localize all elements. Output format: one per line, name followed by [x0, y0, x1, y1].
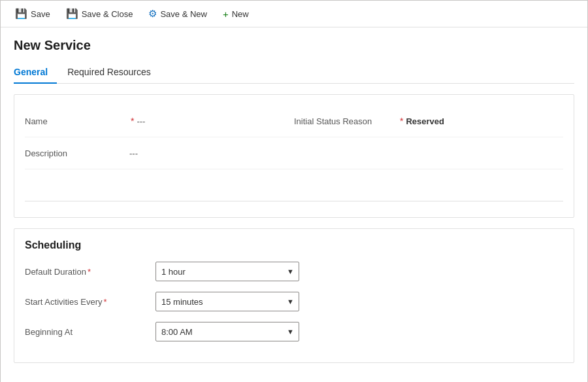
toolbar: 💾 Save 💾 Save & Close ⚙ Save & New + New — [1, 1, 587, 27]
save-label: Save — [31, 9, 50, 19]
start-activities-control: 5 minutes 10 minutes 15 minutes 30 minut… — [155, 292, 299, 311]
general-form-section: Name * --- Initial Status Reason * Reser… — [14, 94, 574, 218]
name-required-star: * — [131, 116, 134, 126]
default-duration-control: 1 hour 30 minutes 2 hours 4 hours 8 hour… — [155, 262, 299, 281]
page-title: New Service — [14, 38, 574, 53]
form-row-description: Description --- — [25, 137, 563, 169]
beginning-at-select[interactable]: 6:00 AM 7:00 AM 8:00 AM 9:00 AM 10:00 AM — [155, 322, 299, 341]
scheduling-section: Scheduling Default Duration* 1 hour 30 m… — [14, 228, 574, 363]
name-label: Name — [25, 116, 129, 126]
duration-required-star: * — [88, 267, 91, 277]
save-button[interactable]: 💾 Save — [8, 5, 57, 23]
content-area: New Service General Required Resources N… — [1, 27, 587, 382]
initial-status-value[interactable]: Reserved — [406, 116, 563, 126]
description-label: Description — [25, 148, 129, 158]
default-duration-row: Default Duration* 1 hour 30 minutes 2 ho… — [25, 262, 563, 281]
initial-status-required-star: * — [400, 116, 403, 126]
save-new-icon: ⚙ — [148, 8, 157, 20]
tabs-container: General Required Resources — [14, 61, 574, 84]
initial-status-label: Initial Status Reason — [294, 116, 399, 126]
start-activities-label: Start Activities Every* — [25, 297, 155, 307]
save-new-button[interactable]: ⚙ Save & New — [142, 5, 214, 23]
tab-general[interactable]: General — [14, 61, 57, 84]
form-divider — [25, 201, 563, 201]
form-spacer — [25, 169, 563, 196]
default-duration-select[interactable]: 1 hour 30 minutes 2 hours 4 hours 8 hour… — [155, 262, 299, 281]
beginning-at-row: Beginning At 6:00 AM 7:00 AM 8:00 AM 9:0… — [25, 322, 563, 341]
save-new-label: Save & New — [160, 9, 207, 19]
start-required-star: * — [103, 297, 106, 307]
name-field-group: Name * --- — [25, 111, 294, 131]
save-close-label: Save & Close — [82, 9, 133, 19]
scheduling-title: Scheduling — [25, 239, 563, 251]
save-close-button[interactable]: 💾 Save & Close — [59, 5, 140, 23]
save-close-icon: 💾 — [66, 8, 78, 20]
default-duration-label: Default Duration* — [25, 267, 155, 277]
start-activities-select[interactable]: 5 minutes 10 minutes 15 minutes 30 minut… — [155, 292, 299, 311]
beginning-at-label: Beginning At — [25, 327, 155, 337]
form-row-name-status: Name * --- Initial Status Reason * Reser… — [25, 105, 563, 137]
new-label: New — [232, 9, 249, 19]
description-value[interactable]: --- — [129, 148, 294, 158]
initial-status-field-group: Initial Status Reason * Reserved — [294, 111, 563, 131]
beginning-at-control: 6:00 AM 7:00 AM 8:00 AM 9:00 AM 10:00 AM… — [155, 322, 299, 341]
description-field-group: Description --- — [25, 143, 294, 164]
save-icon: 💾 — [15, 8, 27, 20]
name-value[interactable]: --- — [137, 116, 294, 126]
description-right-spacer — [294, 143, 563, 164]
tab-required-resources[interactable]: Required Resources — [67, 61, 160, 84]
start-activities-row: Start Activities Every* 5 minutes 10 min… — [25, 292, 563, 311]
page-wrapper: 💾 Save 💾 Save & Close ⚙ Save & New + New… — [0, 0, 588, 382]
new-icon: + — [223, 9, 229, 20]
new-button[interactable]: + New — [216, 5, 255, 23]
